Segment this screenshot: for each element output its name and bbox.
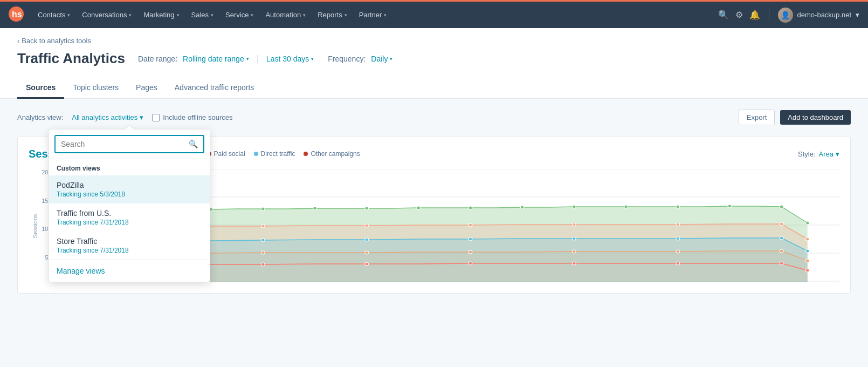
svg-point-14 <box>417 206 421 209</box>
date-period-dropdown[interactable]: Last 30 days ▾ <box>265 52 315 65</box>
service-caret-icon: ▾ <box>251 12 253 18</box>
svg-point-54 <box>469 262 472 265</box>
toolbar-right: Export Add to dashboard <box>739 110 851 125</box>
nav-items: Contacts ▾ Conversations ▾ Marketing ▾ S… <box>32 8 718 22</box>
dropdown-section-label: Custom views <box>49 159 210 175</box>
analytics-view-dropdown[interactable]: All analytics activities ▾ <box>72 113 143 121</box>
nav-sales[interactable]: Sales ▾ <box>186 8 219 22</box>
search-icon[interactable]: 🔍 <box>718 10 729 20</box>
dropdown-search-section: 🔍 <box>49 130 210 159</box>
analytics-dropdown-overlay: 🔍 Custom views PodZilla Tracking since 5… <box>49 129 210 282</box>
other-campaigns-label: Other campaigns <box>311 150 360 158</box>
svg-point-58 <box>805 269 809 272</box>
svg-point-17 <box>573 205 576 208</box>
frequency-dropdown[interactable]: Daily ▾ <box>370 52 394 65</box>
search-button[interactable]: 🔍 <box>183 140 203 148</box>
conversations-caret-icon: ▾ <box>129 12 132 18</box>
dropdown-item-us-traffic-sub: Tracking since 7/31/2018 <box>57 219 202 226</box>
legend-other-campaigns: Other campaigns <box>304 150 360 158</box>
svg-point-47 <box>676 250 680 253</box>
manage-views-link[interactable]: Manage views <box>49 260 210 282</box>
svg-point-31 <box>805 237 809 241</box>
frequency-caret-icon: ▾ <box>390 56 392 62</box>
svg-point-43 <box>261 251 265 254</box>
page-title: Traffic Analytics <box>17 50 125 67</box>
style-label: Style: <box>798 150 816 158</box>
tab-advanced-traffic[interactable]: Advanced traffic reports <box>166 78 263 99</box>
nav-divider <box>769 9 769 22</box>
export-button[interactable]: Export <box>739 110 775 125</box>
include-offline-checkbox[interactable] <box>152 114 160 121</box>
svg-point-53 <box>365 262 369 266</box>
tab-topic-clusters[interactable]: Topic clusters <box>64 78 127 99</box>
analytics-view-label: Analytics view: <box>17 113 63 121</box>
filter-separator: | <box>257 54 259 64</box>
hubspot-logo[interactable]: hs <box>9 6 24 24</box>
nav-right: 🔍 ⚙ 🔔 👤 demo-backup.net ▾ <box>718 8 859 23</box>
tab-pages[interactable]: Pages <box>127 78 166 99</box>
dropdown-item-podzilla[interactable]: PodZilla Tracking since 5/3/2018 <box>49 175 210 203</box>
frequency-label: Frequency: <box>328 55 366 63</box>
svg-point-13 <box>365 207 369 210</box>
nav-conversations[interactable]: Conversations ▾ <box>77 8 137 22</box>
svg-point-37 <box>573 237 576 240</box>
style-dropdown[interactable]: Area ▾ <box>819 150 839 158</box>
svg-point-27 <box>469 223 472 227</box>
svg-point-30 <box>780 222 783 226</box>
dropdown-item-store-traffic[interactable]: Store Traffic Tracking since 7/31/2018 <box>49 232 210 260</box>
other-campaigns-dot <box>304 152 308 156</box>
svg-point-22 <box>805 221 809 225</box>
date-range-type: Rolling date range <box>183 55 244 63</box>
svg-point-55 <box>573 262 576 265</box>
include-offline-label: Include offline sources <box>163 113 232 121</box>
notifications-icon[interactable]: 🔔 <box>749 10 760 20</box>
dropdown-item-podzilla-sub: Tracking since 5/3/2018 <box>57 191 202 198</box>
direct-traffic-label: Direct traffic <box>261 150 295 158</box>
svg-point-19 <box>676 205 680 208</box>
back-link[interactable]: ‹ Back to analytics tools <box>17 37 851 45</box>
svg-point-16 <box>520 206 524 209</box>
date-range-type-dropdown[interactable]: Rolling date range ▾ <box>182 52 250 65</box>
svg-point-15 <box>469 206 472 209</box>
search-input[interactable] <box>56 136 183 152</box>
svg-point-20 <box>728 205 732 208</box>
svg-point-39 <box>780 236 783 240</box>
marketing-caret-icon: ▾ <box>177 12 180 18</box>
page-header: ‹ Back to analytics tools Traffic Analyt… <box>0 28 868 67</box>
svg-point-34 <box>261 239 265 242</box>
nav-service[interactable]: Service ▾ <box>220 8 259 22</box>
date-range-label: Date range: <box>138 55 177 63</box>
nav-marketing[interactable]: Marketing ▾ <box>138 8 184 22</box>
topnav: hs Contacts ▾ Conversations ▾ Marketing … <box>0 0 868 28</box>
svg-point-21 <box>780 205 783 208</box>
toolbar-row: Analytics view: All analytics activities… <box>17 110 851 125</box>
back-icon: ‹ <box>17 37 19 45</box>
frequency-value: Daily <box>371 55 388 63</box>
dropdown-item-us-traffic[interactable]: Traffic from U.S. Tracking since 7/31/20… <box>49 203 210 232</box>
settings-icon[interactable]: ⚙ <box>735 10 743 20</box>
svg-point-40 <box>805 249 809 253</box>
svg-point-36 <box>469 237 472 241</box>
svg-point-35 <box>365 238 369 241</box>
nav-reports[interactable]: Reports ▾ <box>312 8 353 22</box>
include-offline-row: Include offline sources <box>152 113 232 121</box>
content-area: Analytics view: All analytics activities… <box>0 99 868 367</box>
tab-sources[interactable]: Sources <box>17 78 64 99</box>
svg-point-56 <box>676 262 680 265</box>
contacts-caret-icon: ▾ <box>67 12 70 18</box>
legend-direct-traffic: Direct traffic <box>254 150 295 158</box>
nav-partner[interactable]: Partner ▾ <box>354 8 392 22</box>
svg-point-49 <box>805 259 809 262</box>
paid-social-label: Paid social <box>214 150 245 158</box>
analytics-view-value: All analytics activities <box>72 113 137 121</box>
dropdown-caret-up <box>125 125 134 130</box>
period-caret-icon: ▾ <box>311 56 314 62</box>
nav-contacts[interactable]: Contacts ▾ <box>32 8 75 22</box>
date-range-caret-icon: ▾ <box>246 56 249 62</box>
nav-automation[interactable]: Automation ▾ <box>260 8 311 22</box>
user-name: demo-backup.net <box>797 11 851 19</box>
nav-user[interactable]: 👤 demo-backup.net ▾ <box>778 8 859 23</box>
sales-caret-icon: ▾ <box>211 12 213 18</box>
automation-caret-icon: ▾ <box>303 12 306 18</box>
add-to-dashboard-button[interactable]: Add to dashboard <box>780 110 851 125</box>
